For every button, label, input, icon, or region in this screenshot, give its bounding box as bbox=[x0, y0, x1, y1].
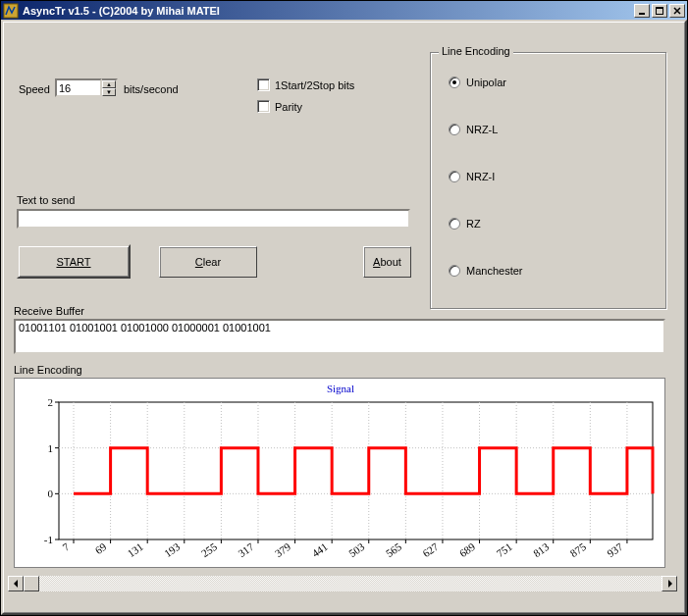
svg-text:689: 689 bbox=[457, 540, 478, 560]
scroll-track[interactable] bbox=[39, 576, 662, 591]
line-encoding-group: Line Encoding UnipolarNRZ-LNRZ-IRZManche… bbox=[430, 52, 666, 309]
radio-label: NRZ-L bbox=[466, 124, 498, 135]
svg-text:813: 813 bbox=[531, 540, 552, 560]
parity-label: Parity bbox=[275, 101, 302, 113]
radio-label: Manchester bbox=[466, 265, 522, 277]
client-area: Speed ▲ ▼ bits/second 1Start/2Stop bits … bbox=[1, 20, 687, 615]
window-controls bbox=[634, 4, 685, 18]
about-button[interactable]: About bbox=[363, 246, 411, 278]
svg-text:875: 875 bbox=[568, 540, 589, 560]
radio-label: RZ bbox=[466, 218, 481, 230]
svg-text:2: 2 bbox=[48, 396, 54, 408]
svg-text:627: 627 bbox=[420, 540, 441, 560]
speed-input[interactable] bbox=[55, 78, 102, 97]
parity-checkbox[interactable]: Parity bbox=[257, 100, 302, 113]
startstop-checkbox[interactable]: 1Start/2Stop bits bbox=[257, 78, 354, 91]
startstop-label: 1Start/2Stop bits bbox=[275, 79, 354, 91]
encoding-radio-unipolar[interactable]: Unipolar bbox=[449, 77, 506, 88]
encoding-radio-rz[interactable]: RZ bbox=[449, 218, 481, 230]
signal-chart: Signal-101276913119325531737944150356562… bbox=[15, 379, 666, 569]
minimize-button[interactable] bbox=[634, 4, 650, 18]
clear-button[interactable]: Clear bbox=[159, 246, 257, 278]
checkbox-box-icon bbox=[257, 78, 270, 91]
scroll-thumb[interactable] bbox=[24, 576, 39, 591]
radio-ring-icon bbox=[449, 124, 460, 135]
svg-text:69: 69 bbox=[92, 540, 108, 556]
radio-label: NRZ-I bbox=[466, 171, 495, 182]
svg-text:193: 193 bbox=[162, 540, 183, 560]
line-encoding-group-label: Line Encoding bbox=[439, 45, 513, 57]
radio-ring-icon bbox=[449, 265, 460, 277]
encoding-radio-nrz-i[interactable]: NRZ-I bbox=[449, 171, 495, 182]
radio-ring-icon bbox=[449, 77, 460, 88]
svg-text:Signal: Signal bbox=[327, 383, 354, 394]
chart-panel: Signal-101276913119325531737944150356562… bbox=[14, 378, 665, 568]
svg-text:0: 0 bbox=[48, 488, 54, 499]
chart-section-label: Line Encoding bbox=[14, 364, 82, 376]
svg-text:131: 131 bbox=[125, 540, 144, 559]
encoding-radio-nrz-l[interactable]: NRZ-L bbox=[449, 124, 498, 135]
spinner-down-icon[interactable]: ▼ bbox=[102, 88, 116, 96]
speed-label: Speed bbox=[19, 83, 50, 95]
svg-text:565: 565 bbox=[384, 540, 404, 560]
radio-ring-icon bbox=[449, 171, 460, 182]
radio-ring-icon bbox=[449, 218, 460, 230]
svg-text:317: 317 bbox=[236, 540, 256, 560]
receive-buffer-label: Receive Buffer bbox=[14, 305, 84, 317]
speed-spinner[interactable]: ▲ ▼ bbox=[55, 78, 118, 98]
speed-unit-label: bits/second bbox=[124, 83, 179, 95]
receive-buffer-input[interactable] bbox=[14, 319, 665, 354]
start-button[interactable]: START bbox=[17, 244, 131, 279]
radio-label: Unipolar bbox=[466, 77, 506, 88]
svg-text:503: 503 bbox=[346, 540, 367, 560]
app-icon bbox=[3, 3, 19, 19]
application-window: AsyncTr v1.5 - (C)2004 by Mihai MATEI Sp… bbox=[0, 0, 688, 616]
scroll-left-icon[interactable] bbox=[8, 576, 24, 591]
scroll-right-icon[interactable] bbox=[662, 576, 677, 591]
text-to-send-input[interactable] bbox=[17, 209, 410, 229]
svg-text:-1: -1 bbox=[44, 534, 53, 545]
svg-rect-1 bbox=[639, 13, 645, 15]
svg-text:751: 751 bbox=[494, 540, 513, 559]
svg-text:937: 937 bbox=[605, 540, 625, 560]
window-title: AsyncTr v1.5 - (C)2004 by Mihai MATEI bbox=[23, 5, 634, 17]
svg-text:255: 255 bbox=[199, 540, 220, 560]
text-to-send-label: Text to send bbox=[17, 194, 75, 206]
horizontal-scrollbar[interactable] bbox=[8, 576, 677, 591]
svg-text:379: 379 bbox=[273, 540, 293, 560]
spinner-up-icon[interactable]: ▲ bbox=[102, 80, 116, 88]
maximize-button[interactable] bbox=[652, 4, 667, 18]
svg-text:7: 7 bbox=[60, 540, 72, 553]
close-button[interactable] bbox=[669, 4, 685, 18]
encoding-radio-manchester[interactable]: Manchester bbox=[449, 265, 522, 277]
svg-rect-3 bbox=[656, 7, 663, 9]
svg-text:1: 1 bbox=[48, 442, 54, 454]
svg-text:441: 441 bbox=[309, 540, 329, 559]
checkbox-box-icon bbox=[257, 100, 270, 113]
titlebar[interactable]: AsyncTr v1.5 - (C)2004 by Mihai MATEI bbox=[1, 1, 687, 20]
